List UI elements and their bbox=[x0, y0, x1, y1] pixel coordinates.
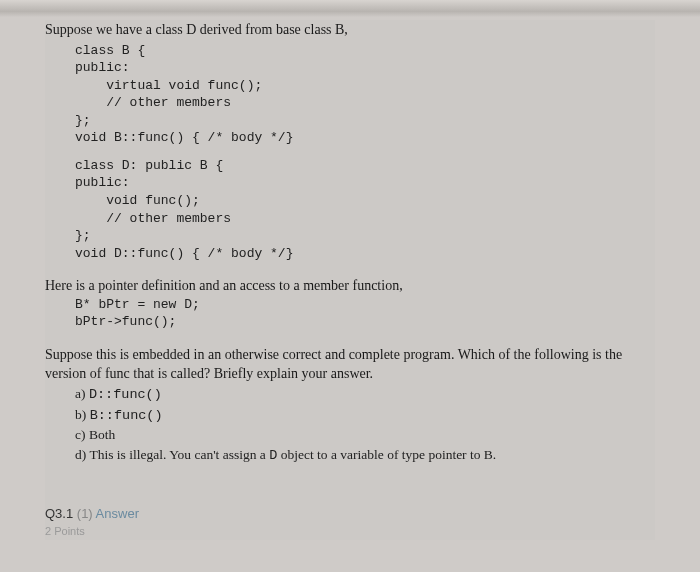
option-c: c) Both bbox=[75, 425, 655, 445]
code-block-d: class D: public B { public: void func();… bbox=[75, 157, 655, 262]
option-a-text: D::func() bbox=[89, 387, 162, 402]
option-a: a) D::func() bbox=[75, 384, 655, 405]
option-d-text-after: object to a variable of type pointer to … bbox=[277, 447, 496, 462]
option-b-text: B::func() bbox=[90, 408, 163, 423]
option-b-letter: b) bbox=[75, 407, 86, 422]
option-c-letter: c) bbox=[75, 427, 86, 442]
question-number: Q3.1 bbox=[45, 506, 73, 521]
intro-text: Suppose we have a class D derived from b… bbox=[45, 20, 655, 40]
question-prompt: Suppose this is embedded in an otherwise… bbox=[45, 345, 655, 384]
option-d: d) This is illegal. You can't assign a D… bbox=[75, 445, 655, 466]
pointer-intro: Here is a pointer definition and an acce… bbox=[45, 276, 655, 296]
option-c-text: Both bbox=[89, 427, 115, 442]
option-a-letter: a) bbox=[75, 386, 86, 401]
option-d-text-before: This is illegal. You can't assign a bbox=[89, 447, 269, 462]
question-footer: Q3.1 (1) Answer 2 Points bbox=[45, 505, 655, 540]
code-block-ptr: B* bPtr = new D; bPtr->func(); bbox=[75, 296, 655, 331]
code-block-b: class B { public: virtual void func(); /… bbox=[75, 42, 655, 147]
option-b: b) B::func() bbox=[75, 405, 655, 426]
option-d-letter: d) bbox=[75, 447, 86, 462]
question-paren: (1) bbox=[77, 506, 93, 521]
answer-options: a) D::func() b) B::func() c) Both d) Thi… bbox=[75, 384, 655, 465]
answer-label: Answer bbox=[96, 506, 139, 521]
points-label: 2 Points bbox=[45, 524, 655, 539]
question-page: Suppose we have a class D derived from b… bbox=[45, 20, 655, 540]
